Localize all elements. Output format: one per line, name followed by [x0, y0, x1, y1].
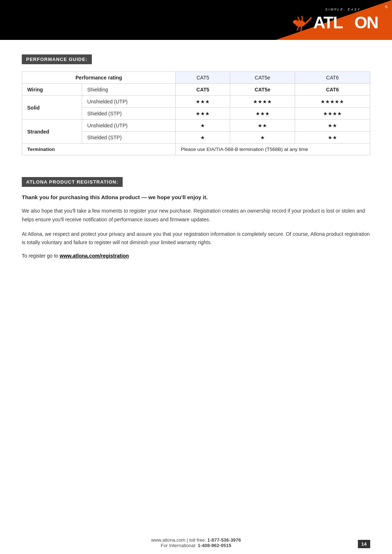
cat6-col-label: CAT6 — [295, 84, 370, 96]
atlona-logo: ATL◀ON▲ — [292, 13, 392, 32]
cat5e-header: CAT5e — [230, 72, 295, 84]
stranded-utp-cat5-stars: ★ — [176, 120, 230, 132]
shielded-stp-label-solid: Shielded (STP) — [82, 108, 176, 120]
register-prefix: To register go to — [22, 253, 60, 259]
svg-point-1 — [293, 20, 299, 24]
footer-separator: | toll free: — [185, 537, 207, 543]
cat6-header: CAT6 — [295, 72, 370, 84]
perf-rating-header: Performance rating — [22, 72, 176, 84]
registration-body-2: At Atlona, we respect and protect your p… — [22, 230, 370, 247]
svg-line-6 — [298, 17, 299, 21]
solid-utp-cat6-stars: ★★★★★ — [295, 96, 370, 108]
performance-section-header: PERFORMANCE GUIDE: — [22, 54, 92, 64]
registration-section: ATLONA PRODUCT REGISTRATION: Thank you f… — [22, 177, 370, 259]
registration-bold-line: Thank you for purchasing this Atlona pro… — [22, 194, 370, 200]
stranded-utp-cat5e-stars: ★★ — [230, 120, 295, 132]
page-header: ® SIMPLE, EASY — [0, 0, 392, 40]
termination-text: Please use EIA/TIA-568-B termination (T5… — [176, 144, 370, 155]
lizard-icon — [292, 13, 312, 32]
footer-tollfree: 1-877-536-3976 — [207, 537, 241, 543]
footer-line-2: For International: 1-408-962-0515 — [22, 543, 370, 548]
solid-stp-cat5e-stars: ★★★ — [230, 108, 295, 120]
page-footer: www.atlona.com | toll free: 1-877-536-39… — [0, 532, 392, 554]
main-content: PERFORMANCE GUIDE: Performance rating CA… — [0, 40, 392, 295]
footer-website: www.atlona.com — [151, 537, 185, 543]
brand-text: ATL◀ON▲ — [313, 14, 392, 31]
cat5e-col-label: CAT5e — [230, 84, 295, 96]
table-row: Wiring Shielding CAT5 CAT5e CAT6 — [22, 84, 370, 96]
svg-line-7 — [302, 16, 302, 20]
register-link[interactable]: www.atlona.com/registration — [60, 253, 129, 259]
solid-utp-cat5e-stars: ★★★★ — [230, 96, 295, 108]
svg-line-4 — [297, 26, 299, 30]
svg-line-5 — [301, 27, 302, 31]
footer-intl-phone: 1-408-962-0515 — [198, 543, 232, 548]
stranded-stp-cat5e-stars: ★ — [230, 132, 295, 144]
footer-line-1: www.atlona.com | toll free: 1-877-536-39… — [22, 537, 370, 543]
logo-area: ® SIMPLE, EASY — [276, 0, 392, 40]
simple-easy-text: SIMPLE, EASY — [325, 8, 361, 11]
table-row: Stranded Unshielded (UTP) ★ ★★ ★★ — [22, 120, 370, 132]
registration-section-header: ATLONA PRODUCT REGISTRATION: — [22, 177, 123, 187]
registration-register-line: To register go to www.atlona.com/registr… — [22, 253, 370, 259]
logo-content: ® SIMPLE, EASY — [298, 0, 392, 40]
performance-section: PERFORMANCE GUIDE: Performance rating CA… — [22, 54, 370, 155]
solid-stp-cat5-stars: ★★★ — [176, 108, 230, 120]
table-header-row: Performance rating CAT5 CAT5e CAT6 — [22, 72, 370, 84]
solid-stp-cat6-stars: ★★★★ — [295, 108, 370, 120]
solid-utp-cat5-stars: ★★★ — [176, 96, 230, 108]
stranded-stp-cat5-stars: ★ — [176, 132, 230, 144]
performance-table: Performance rating CAT5 CAT5e CAT6 Wirin… — [22, 71, 370, 155]
stranded-utp-cat6-stars: ★★ — [295, 120, 370, 132]
cat5-header: CAT5 — [176, 72, 230, 84]
cat5-col-label: CAT5 — [176, 84, 230, 96]
solid-label: Solid — [22, 96, 82, 120]
registered-mark: ® — [385, 5, 388, 9]
registration-body-1: We also hope that you'll take a few mome… — [22, 207, 370, 224]
shielded-stp-label-stranded: Shielded (STP) — [82, 132, 176, 144]
termination-label: Termination — [22, 144, 176, 155]
stranded-label: Stranded — [22, 120, 82, 144]
stranded-stp-cat6-stars: ★★ — [295, 132, 370, 144]
wiring-label: Wiring — [22, 84, 82, 96]
footer-intl-label: For International: — [161, 543, 198, 548]
table-row: Termination Please use EIA/TIA-568-B ter… — [22, 144, 370, 155]
shielding-label: Shielding — [82, 84, 176, 96]
page-number: 14 — [358, 540, 370, 548]
unshielded-utp-label-solid: Unshielded (UTP) — [82, 96, 176, 108]
table-row: Solid Unshielded (UTP) ★★★ ★★★★ ★★★★★ — [22, 96, 370, 108]
unshielded-utp-label-stranded: Unshielded (UTP) — [82, 120, 176, 132]
svg-point-3 — [294, 21, 295, 22]
